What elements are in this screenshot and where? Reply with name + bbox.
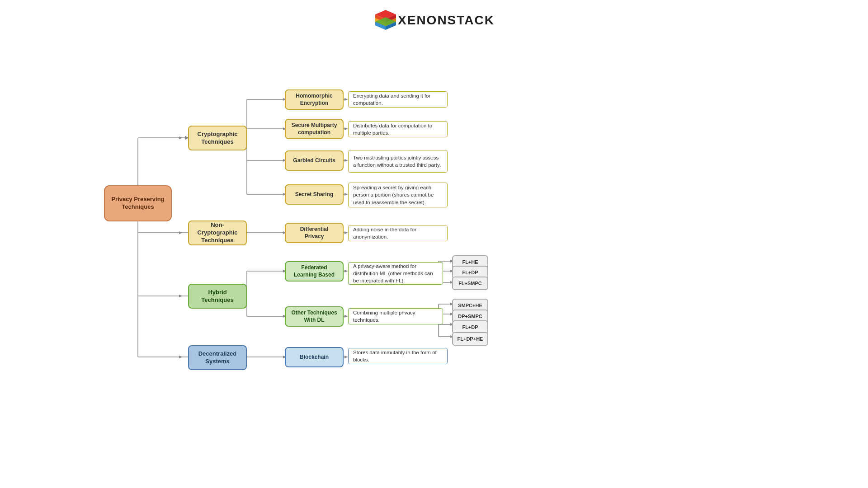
federated-box: FederatedLearning Based: [285, 261, 344, 282]
header: XENONSTACK: [0, 0, 868, 37]
homomorphic-label: HomomorphicEncryption: [296, 93, 332, 107]
fl-he-label: FL+HE: [462, 259, 478, 265]
cryptographic-label: CryptographicTechniques: [198, 131, 238, 146]
root-box: Privacy Preserving Techniques: [104, 185, 172, 221]
svg-marker-70: [344, 356, 348, 358]
svg-marker-44: [179, 136, 183, 139]
fl-smpc-box: FL+SMPC: [452, 277, 488, 290]
fl-dp-he-label: FL+DP+HE: [458, 336, 483, 342]
noncrypto-label: Non-CryptographicTechniques: [193, 221, 242, 244]
brand-name: XENONSTACK: [398, 13, 495, 28]
diagram: Privacy Preserving Techniques Cryptograp…: [90, 41, 588, 470]
hybrid-box: Hybrid Techniques: [188, 284, 247, 309]
secret-desc-text: Spreading a secret by giving each person…: [353, 184, 443, 206]
svg-marker-61: [344, 315, 348, 318]
svg-marker-52: [344, 98, 348, 101]
federated-desc-text: A privacy-aware method for distribution …: [353, 263, 438, 284]
decentralized-label: DecentralizedSystems: [198, 350, 237, 366]
multiparty-desc-text: Distributes data for computation to mult…: [353, 122, 443, 136]
cryptographic-box: CryptographicTechniques: [188, 126, 247, 150]
svg-marker-45: [179, 231, 183, 234]
secret-box: Secret Sharing: [285, 184, 344, 205]
svg-marker-46: [179, 295, 183, 297]
other-box: Other TechniquesWith DL: [285, 306, 344, 327]
multiparty-box: Secure Multipartycomputation: [285, 119, 344, 139]
multiparty-desc: Distributes data for computation to mult…: [348, 121, 448, 137]
logo-icon: [373, 8, 398, 33]
garbled-desc-text: Two mistrusting parties jointly assess a…: [353, 154, 443, 169]
svg-marker-47: [179, 356, 183, 358]
federated-desc: A privacy-aware method for distribution …: [348, 262, 443, 285]
blockchain-label: Blockchain: [300, 354, 329, 361]
other-desc-text: Combining multiple privacy techniques.: [353, 309, 438, 324]
blockchain-box: Blockchain: [285, 347, 344, 367]
svg-marker-53: [344, 127, 348, 130]
differential-box: DifferentialPrivacy: [285, 223, 344, 243]
other-label: Other TechniquesWith DL: [291, 310, 337, 324]
fl-dp2-label: FL+DP: [462, 324, 478, 330]
dp-smpc-label: DP+SMPC: [458, 313, 482, 319]
garbled-desc: Two mistrusting parties jointly assess a…: [348, 150, 448, 173]
svg-marker-60: [344, 270, 348, 272]
svg-marker-57: [344, 231, 348, 234]
blockchain-desc: Stores data immutably in the form of blo…: [348, 348, 448, 364]
differential-desc-text: Adding noise in the data for anonymizati…: [353, 226, 443, 240]
hybrid-label: Hybrid Techniques: [193, 289, 242, 304]
smpc-he-label: SMPC+HE: [458, 302, 482, 309]
differential-desc: Adding noise in the data for anonymizati…: [348, 225, 448, 241]
homomorphic-desc-text: Encrypting data and sending it for compu…: [353, 92, 443, 107]
homomorphic-box: HomomorphicEncryption: [285, 89, 344, 110]
blockchain-desc-text: Stores data immutably in the form of blo…: [353, 349, 443, 363]
decentralized-box: DecentralizedSystems: [188, 345, 247, 370]
fl-smpc-label: FL+SMPC: [458, 280, 482, 286]
secret-desc: Spreading a secret by giving each person…: [348, 183, 448, 207]
homomorphic-desc: Encrypting data and sending it for compu…: [348, 91, 448, 108]
multiparty-label: Secure Multipartycomputation: [292, 122, 337, 136]
secret-label: Secret Sharing: [295, 191, 334, 198]
fl-dp-label: FL+DP: [462, 269, 478, 276]
other-desc: Combining multiple privacy techniques.: [348, 308, 443, 324]
svg-marker-55: [344, 193, 348, 196]
noncrypto-box: Non-CryptographicTechniques: [188, 221, 247, 245]
main-container: XENONSTACK: [0, 0, 868, 488]
federated-label: FederatedLearning Based: [294, 264, 335, 278]
root-label: Privacy Preserving Techniques: [108, 196, 167, 211]
differential-label: DifferentialPrivacy: [300, 226, 329, 240]
svg-marker-54: [344, 159, 348, 162]
fl-dp-he-box: FL+DP+HE: [452, 332, 488, 346]
garbled-label: Garbled Circuits: [293, 157, 335, 164]
garbled-box: Garbled Circuits: [285, 150, 344, 171]
